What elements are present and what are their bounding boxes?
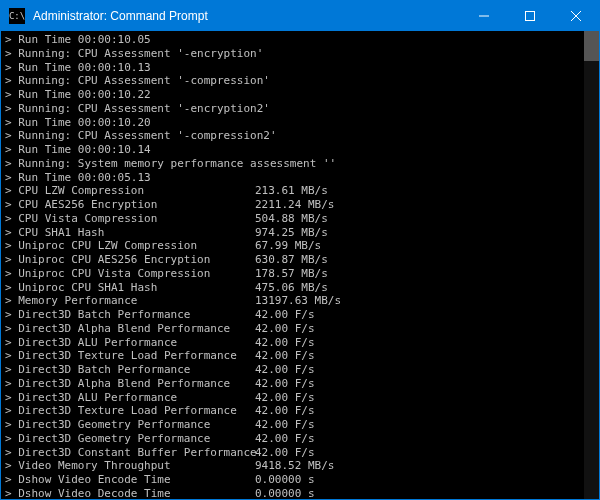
metric-value: 42.00 F/s (255, 336, 315, 350)
metric-line: > Direct3D Geometry Performance42.00 F/s (5, 418, 595, 432)
metric-value: 42.00 F/s (255, 446, 315, 460)
metric-line: > CPU SHA1 Hash974.25 MB/s (5, 226, 595, 240)
metric-value: 630.87 MB/s (255, 253, 328, 267)
metric-label: > Dshow Video Decode Time (5, 487, 255, 499)
minimize-button[interactable] (461, 1, 507, 31)
metric-label: > Direct3D Alpha Blend Performance (5, 322, 255, 336)
output-line: > Running: CPU Assessment '-compression2… (5, 129, 595, 143)
terminal-output[interactable]: > Run Time 00:00:10.05> Running: CPU Ass… (1, 31, 599, 499)
metric-line: > Dshow Video Encode Time0.00000 s (5, 473, 595, 487)
maximize-button[interactable] (507, 1, 553, 31)
metric-value: 42.00 F/s (255, 349, 315, 363)
metric-label: > Uniproc CPU LZW Compression (5, 239, 255, 253)
metric-value: 475.06 MB/s (255, 281, 328, 295)
metric-value: 178.57 MB/s (255, 267, 328, 281)
metric-value: 42.00 F/s (255, 404, 315, 418)
maximize-icon (525, 11, 535, 21)
metric-line: > Direct3D ALU Performance42.00 F/s (5, 391, 595, 405)
output-line: > Run Time 00:00:05.13 (5, 171, 595, 185)
metric-label: > CPU Vista Compression (5, 212, 255, 226)
metric-label: > Video Memory Throughput (5, 459, 255, 473)
metric-label: > CPU SHA1 Hash (5, 226, 255, 240)
metric-value: 213.61 MB/s (255, 184, 328, 198)
metric-value: 42.00 F/s (255, 391, 315, 405)
window-controls (461, 1, 599, 31)
output-line: > Run Time 00:00:10.05 (5, 33, 595, 47)
metric-line: > Uniproc CPU LZW Compression67.99 MB/s (5, 239, 595, 253)
metric-value: 2211.24 MB/s (255, 198, 334, 212)
metric-line: > Video Memory Throughput9418.52 MB/s (5, 459, 595, 473)
metric-line: > Uniproc CPU AES256 Encryption630.87 MB… (5, 253, 595, 267)
metric-label: > Direct3D Batch Performance (5, 363, 255, 377)
svg-rect-1 (526, 12, 535, 21)
metric-line: > Dshow Video Decode Time0.00000 s (5, 487, 595, 499)
metric-label: > Direct3D Alpha Blend Performance (5, 377, 255, 391)
output-line: > Run Time 00:00:10.22 (5, 88, 595, 102)
metric-line: > Direct3D Alpha Blend Performance42.00 … (5, 377, 595, 391)
metric-label: > CPU LZW Compression (5, 184, 255, 198)
metric-value: 0.00000 s (255, 473, 315, 487)
window-titlebar[interactable]: C:\ Administrator: Command Prompt (1, 1, 599, 31)
metric-line: > Direct3D Geometry Performance42.00 F/s (5, 432, 595, 446)
metric-label: > Dshow Video Encode Time (5, 473, 255, 487)
metric-line: > CPU AES256 Encryption2211.24 MB/s (5, 198, 595, 212)
metric-label: > Direct3D Texture Load Performance (5, 404, 255, 418)
metric-line: > Direct3D Batch Performance42.00 F/s (5, 363, 595, 377)
metric-label: > Uniproc CPU Vista Compression (5, 267, 255, 281)
metric-value: 0.00000 s (255, 487, 315, 499)
scrollbar-thumb[interactable] (584, 31, 599, 61)
metric-value: 42.00 F/s (255, 363, 315, 377)
metric-line: > Memory Performance13197.63 MB/s (5, 294, 595, 308)
metric-value: 42.00 F/s (255, 308, 315, 322)
metric-value: 42.00 F/s (255, 418, 315, 432)
metric-line: > Direct3D Texture Load Performance42.00… (5, 349, 595, 363)
metric-line: > CPU Vista Compression504.88 MB/s (5, 212, 595, 226)
metric-line: > Direct3D Alpha Blend Performance42.00 … (5, 322, 595, 336)
metric-value: 42.00 F/s (255, 377, 315, 391)
output-line: > Running: System memory performance ass… (5, 157, 595, 171)
output-line: > Run Time 00:00:10.20 (5, 116, 595, 130)
metric-label: > Direct3D Constant Buffer Performance (5, 446, 255, 460)
minimize-icon (479, 11, 489, 21)
output-line: > Run Time 00:00:10.13 (5, 61, 595, 75)
window-title: Administrator: Command Prompt (33, 9, 461, 23)
metric-label: > Memory Performance (5, 294, 255, 308)
output-line: > Running: CPU Assessment '-encryption' (5, 47, 595, 61)
metric-label: > Direct3D ALU Performance (5, 336, 255, 350)
output-line: > Running: CPU Assessment '-compression' (5, 74, 595, 88)
metric-value: 504.88 MB/s (255, 212, 328, 226)
metric-line: > Uniproc CPU SHA1 Hash475.06 MB/s (5, 281, 595, 295)
metric-line: > Direct3D Constant Buffer Performance42… (5, 446, 595, 460)
metric-line: > Uniproc CPU Vista Compression178.57 MB… (5, 267, 595, 281)
metric-value: 67.99 MB/s (255, 239, 321, 253)
metric-value: 9418.52 MB/s (255, 459, 334, 473)
metric-line: > Direct3D Batch Performance42.00 F/s (5, 308, 595, 322)
metric-value: 42.00 F/s (255, 322, 315, 336)
metric-label: > Direct3D ALU Performance (5, 391, 255, 405)
app-icon: C:\ (9, 8, 25, 24)
metric-line: > Direct3D ALU Performance42.00 F/s (5, 336, 595, 350)
metric-label: > Direct3D Texture Load Performance (5, 349, 255, 363)
metric-value: 13197.63 MB/s (255, 294, 341, 308)
metric-label: > Direct3D Batch Performance (5, 308, 255, 322)
metric-label: > Uniproc CPU AES256 Encryption (5, 253, 255, 267)
metric-label: > Uniproc CPU SHA1 Hash (5, 281, 255, 295)
metric-line: > Direct3D Texture Load Performance42.00… (5, 404, 595, 418)
metric-label: > CPU AES256 Encryption (5, 198, 255, 212)
metric-label: > Direct3D Geometry Performance (5, 418, 255, 432)
close-button[interactable] (553, 1, 599, 31)
output-line: > Run Time 00:00:10.14 (5, 143, 595, 157)
metric-value: 974.25 MB/s (255, 226, 328, 240)
metric-line: > CPU LZW Compression213.61 MB/s (5, 184, 595, 198)
output-line: > Running: CPU Assessment '-encryption2' (5, 102, 595, 116)
close-icon (571, 11, 581, 21)
scrollbar-track[interactable] (584, 31, 599, 499)
metric-label: > Direct3D Geometry Performance (5, 432, 255, 446)
metric-value: 42.00 F/s (255, 432, 315, 446)
